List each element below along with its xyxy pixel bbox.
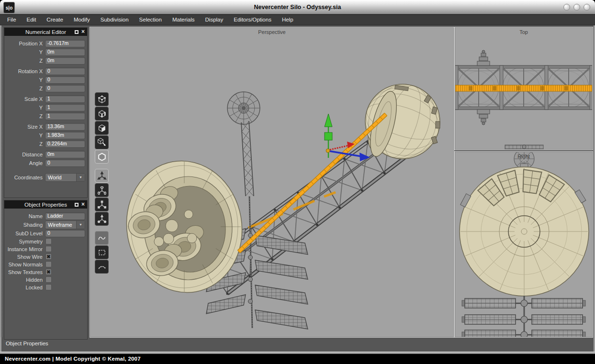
lasso-select-button[interactable] [95, 231, 109, 245]
field-row-subd-level: SubD Level0 [4, 229, 85, 237]
scale-tool-icon [97, 200, 107, 210]
rect-select-icon [97, 248, 107, 257]
close-button[interactable] [584, 4, 590, 11]
chevron-down-icon[interactable]: ▼ [76, 221, 85, 229]
vertex-mode-button[interactable] [95, 92, 109, 106]
face-mode-button[interactable] [95, 121, 109, 135]
symmetry-checkbox[interactable] [45, 238, 52, 244]
dish-antenna[interactable] [227, 92, 260, 196]
top-scene[interactable] [455, 28, 592, 149]
z-input[interactable]: 0 [45, 85, 85, 92]
right-viewport[interactable]: Right [455, 152, 593, 337]
menu-file[interactable]: File [2, 15, 22, 25]
shading-dropdown[interactable]: Wireframe▼ [45, 221, 85, 229]
field-label: Locked [4, 285, 45, 290]
universal-manipulator-button[interactable] [95, 212, 109, 226]
panel-detach-icon[interactable] [75, 30, 79, 34]
top-view-selected-ladder[interactable] [455, 85, 592, 91]
field-label: Z [4, 113, 45, 119]
show-normals-checkbox[interactable] [45, 261, 52, 267]
field-row-name: NameLadder [4, 212, 85, 220]
position-x-input[interactable]: -0.7617m [45, 40, 85, 47]
field-row-show-textures: Show Textures✖ [4, 268, 85, 276]
manipulator-pivot[interactable] [326, 149, 330, 153]
menu-bar: FileEditCreateModifySubdivisionSelection… [0, 14, 595, 25]
scale-x-input[interactable]: 1 [45, 95, 85, 103]
rotation-x-input[interactable]: 0 [45, 67, 85, 75]
window-controls [563, 4, 590, 11]
selected-ladder[interactable] [237, 113, 387, 253]
field-label: Rotation X [4, 68, 45, 74]
object-properties-titlebar[interactable]: Object Properties × [4, 200, 87, 209]
window-title: Nevercenter Silo - Odyssey.sia [0, 0, 595, 14]
y-input[interactable]: 0m [45, 48, 85, 56]
menu-display[interactable]: Display [200, 15, 229, 25]
name-input[interactable]: Ladder [45, 212, 85, 220]
menu-edit[interactable]: Edit [22, 15, 42, 25]
menu-create[interactable]: Create [41, 15, 68, 25]
subd-level-input[interactable]: 0 [45, 230, 85, 237]
object-properties-panel: Object Properties × NameLadderShadingWir… [4, 200, 88, 340]
field-label: Size X [4, 124, 45, 130]
sidebar-grip[interactable] [1, 27, 3, 337]
z-input[interactable]: 0m [45, 57, 85, 65]
size-x-input[interactable]: 13.36m [45, 123, 85, 131]
top-viewport[interactable]: Top [455, 27, 593, 150]
z-input[interactable]: 0.2264m [45, 140, 85, 148]
field-label: Shading [4, 222, 45, 228]
y-input[interactable]: 0 [45, 76, 85, 84]
right-view-model[interactable] [460, 152, 589, 337]
field-row-y: Y1 [4, 103, 85, 111]
move-tool-button[interactable] [95, 169, 109, 183]
minimize-button[interactable] [563, 4, 570, 11]
y-input[interactable]: 1.983m [45, 132, 85, 139]
panel-close-icon[interactable]: × [81, 30, 85, 34]
edge-mode-button[interactable] [95, 107, 109, 121]
viewport-toolbar [95, 92, 109, 279]
show-wire-checkbox[interactable]: ✖ [45, 254, 52, 260]
object-mode-button[interactable] [95, 150, 109, 164]
numerical-editor-titlebar[interactable]: Numerical Editor × [4, 28, 87, 36]
panel-detach-icon[interactable] [75, 203, 79, 207]
perspective-scene[interactable] [90, 28, 453, 337]
rect-select-button[interactable] [95, 245, 109, 259]
field-row-coordinates: CoordinatesWorld▼ [4, 173, 85, 181]
menu-selection[interactable]: Selection [134, 15, 167, 25]
menu-modify[interactable]: Modify [68, 15, 95, 25]
angle-input[interactable]: 0 [45, 159, 85, 167]
hidden-checkbox[interactable] [45, 276, 52, 283]
field-label: Instance Mirror [4, 246, 45, 252]
field-row-z: Z0m [4, 56, 85, 65]
top-view-model[interactable] [455, 50, 592, 149]
multi-mode-button[interactable] [95, 135, 109, 149]
z-input[interactable]: 1 [45, 112, 85, 120]
field-row-y: Y0m [4, 48, 85, 56]
perspective-viewport[interactable]: Perspective [90, 27, 454, 337]
menu-editors-options[interactable]: Editors/Options [228, 15, 277, 25]
locked-checkbox[interactable] [45, 284, 52, 290]
right-viewport-label: Right [455, 154, 592, 159]
instance-mirror-checkbox[interactable] [45, 246, 52, 252]
universal-manipulator-icon [97, 214, 107, 224]
scale-tool-button[interactable] [95, 198, 109, 211]
right-scene[interactable] [455, 152, 592, 337]
show-textures-checkbox[interactable]: ✖ [45, 269, 52, 275]
panel-close-icon[interactable]: × [81, 202, 85, 207]
menu-help[interactable]: Help [277, 15, 299, 25]
rotate-tool-button[interactable] [95, 183, 109, 197]
field-row-distance: Distance0m [4, 150, 85, 158]
manipulator-y-cube[interactable] [325, 132, 332, 140]
field-label: Show Normals [4, 262, 45, 267]
y-input[interactable]: 1 [45, 104, 85, 111]
distance-input[interactable]: 0m [45, 151, 85, 158]
paint-select-icon [97, 262, 107, 272]
paint-select-button[interactable] [95, 260, 109, 274]
habitat-sphere[interactable] [357, 76, 449, 167]
chevron-down-icon[interactable]: ▼ [76, 174, 85, 181]
title-bar[interactable]: s|o Nevercenter Silo - Odyssey.sia [0, 0, 595, 14]
top-viewport-label: Top [455, 29, 592, 35]
menu-subdivision[interactable]: Subdivision [95, 15, 134, 25]
maximize-button[interactable] [573, 4, 580, 11]
coordinates-dropdown[interactable]: World▼ [45, 173, 85, 182]
menu-materials[interactable]: Materials [167, 15, 200, 25]
